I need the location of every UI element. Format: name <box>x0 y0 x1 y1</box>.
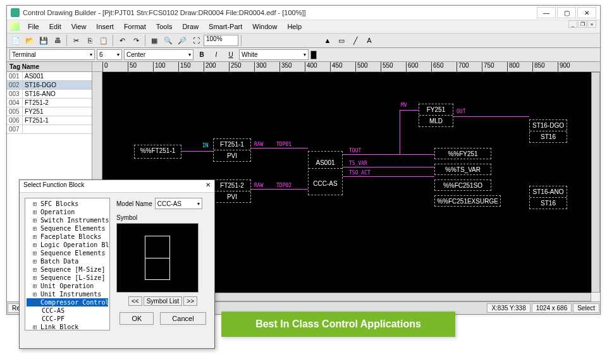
menu-insert[interactable]: Insert <box>92 21 118 32</box>
tree-leaf[interactable]: CCC-AS <box>27 306 108 315</box>
dialog-titlebar: Select Function Block ✕ <box>20 180 214 193</box>
scrollbar-vertical[interactable] <box>591 72 600 293</box>
tree-node[interactable]: Logic Operation Blocks <box>27 241 108 249</box>
label-in: IN <box>202 143 209 149</box>
cancel-button[interactable]: Cancel <box>160 312 205 325</box>
paste-icon[interactable]: 📋 <box>97 34 110 47</box>
color-select[interactable]: White <box>239 49 309 60</box>
rect-icon[interactable]: ▭ <box>335 34 348 47</box>
menu-edit[interactable]: Edit <box>45 21 66 32</box>
label-out: OUT <box>457 109 465 114</box>
line-icon[interactable]: ╱ <box>349 34 362 47</box>
label-tdp02: TDP02 <box>276 183 291 188</box>
dialog-close-button[interactable]: ✕ <box>205 181 211 191</box>
maximize-button[interactable]: ▢ <box>557 7 576 18</box>
status-dim: 1024 x 686 <box>532 303 572 313</box>
menu-format[interactable]: Format <box>120 21 150 32</box>
tree-leaf[interactable]: CCC-PF <box>27 315 108 323</box>
zoomout-icon[interactable]: 🔎 <box>176 34 188 47</box>
menu-file[interactable]: File <box>23 21 44 32</box>
menu-window[interactable]: Window <box>248 21 281 32</box>
tree-node[interactable]: Sequence Elements 2 <box>27 249 108 257</box>
tree-node[interactable]: SFC Blocks <box>27 200 108 208</box>
align-select[interactable]: Center <box>124 49 193 60</box>
child-close-button[interactable]: × <box>587 20 596 28</box>
tree-node[interactable]: Batch Data <box>27 257 108 265</box>
tree-node[interactable]: Operation <box>27 208 108 216</box>
child-restore-button[interactable]: ❐ <box>578 20 587 28</box>
tree-node-selected[interactable]: Compressor Control <box>27 298 108 306</box>
underline-icon[interactable]: U <box>224 49 237 61</box>
close-button[interactable]: ✕ <box>577 7 596 18</box>
block-fy251-ref[interactable]: %%FY251 <box>434 148 491 159</box>
bold-icon[interactable]: B <box>195 49 208 61</box>
menu-tools[interactable]: Tools <box>152 21 177 32</box>
open-icon[interactable]: 📂 <box>23 34 36 47</box>
block-tsvar-ref[interactable]: %%TS_VAR <box>434 164 491 175</box>
model-select[interactable]: CCC-AS <box>155 198 202 209</box>
menu-help[interactable]: Help <box>283 21 306 32</box>
block-fy251[interactable]: FY251MLD <box>419 104 453 127</box>
block-ft251-2[interactable]: FT251-2PVI <box>213 179 251 203</box>
tag-row[interactable]: 003ST16-ANO <box>7 90 92 99</box>
status-xy: X:835 Y:338 <box>487 303 530 313</box>
block-st16-ano[interactable]: ST16-ANOST16 <box>529 186 567 209</box>
new-icon[interactable]: 📄 <box>9 34 22 47</box>
symbol-list-button[interactable]: Symbol List <box>144 296 183 306</box>
label-tsoact: TSO_ACT <box>349 170 371 176</box>
tree-node[interactable]: Unit Instruments <box>27 290 108 298</box>
zoomfit-icon[interactable]: ⛶ <box>190 34 202 47</box>
font-select[interactable]: Terminal <box>9 49 95 60</box>
block-tree[interactable]: SFC BlocksOperationSwitch InstrumentsSeq… <box>25 198 110 331</box>
fontsize-select[interactable]: 6 <box>97 49 122 60</box>
status-mode: Select <box>573 303 599 313</box>
undo-icon[interactable]: ↶ <box>116 34 128 47</box>
tree-node[interactable]: Faceplate Blocks <box>27 233 108 241</box>
block-fc251exsurge-ref[interactable]: %%FC251EXSURGE <box>434 195 501 207</box>
text-icon[interactable]: A <box>363 34 376 47</box>
block-fc251so-ref[interactable]: %%FC251SO <box>434 179 491 191</box>
prev-button[interactable]: << <box>128 296 142 306</box>
color-swatch[interactable] <box>310 51 317 59</box>
tag-row[interactable]: 006FT251-1 <box>7 116 92 125</box>
copy-icon[interactable]: ⎘ <box>83 34 96 47</box>
tree-node[interactable]: Unit Operation <box>27 282 108 290</box>
toolbar-main: 📄 📂 💾 🖶 ✂ ⎘ 📋 ↶ ↷ ▦ 🔍 🔎 ⛶ 100% ▲ ▭ ╱ A <box>7 33 600 48</box>
menu-smartpart[interactable]: Smart-Part <box>204 21 247 32</box>
block-st16-dgo[interactable]: ST16-DGOST16 <box>529 119 567 143</box>
label-raw: RAW <box>254 142 263 147</box>
tag-row[interactable]: 002ST16-DGO <box>7 81 92 90</box>
block-ft251-1-ref[interactable]: %%FT251-1 <box>134 145 181 159</box>
tag-row[interactable]: 007 <box>7 125 92 134</box>
menu-view[interactable]: View <box>67 21 91 32</box>
next-button[interactable]: >> <box>183 296 197 306</box>
zoom-select[interactable]: 100% <box>204 35 238 46</box>
child-minimize-button[interactable]: _ <box>568 20 577 28</box>
label-mv: MV <box>401 102 407 108</box>
dialog-title: Select Function Block <box>23 181 205 191</box>
pointer-icon[interactable]: ▲ <box>321 34 334 47</box>
tree-node[interactable]: Sequence Elements 1 <box>27 224 108 233</box>
ok-button[interactable]: OK <box>120 312 154 325</box>
tag-row[interactable]: 001AS001 <box>7 72 92 81</box>
redo-icon[interactable]: ↷ <box>130 34 142 47</box>
toolbar-format: Terminal 6 Center B I U White <box>7 48 600 62</box>
tree-node[interactable]: Sequence [M-Size] <box>27 265 108 274</box>
banner: Best In Class Control Applications <box>221 312 455 337</box>
zoomin-icon[interactable]: 🔍 <box>162 34 175 47</box>
block-ft251-1[interactable]: FT251-1PVI <box>213 138 251 162</box>
block-as001[interactable]: AS001CCC-AS <box>308 151 343 195</box>
tag-row[interactable]: 004FT251-2 <box>7 99 92 107</box>
tree-node[interactable]: Switch Instruments <box>27 216 108 224</box>
grid-icon[interactable]: ▦ <box>148 34 161 47</box>
menu-draw[interactable]: Draw <box>178 21 203 32</box>
print-icon[interactable]: 🖶 <box>51 34 64 47</box>
minimize-button[interactable]: — <box>537 7 556 18</box>
tree-node[interactable]: Link Block <box>27 323 108 331</box>
label-tdp01: TDP01 <box>276 142 291 147</box>
tag-row[interactable]: 005FY251 <box>7 107 92 116</box>
tree-node[interactable]: Sequence [L-Size] <box>27 274 108 282</box>
italic-icon[interactable]: I <box>210 49 223 61</box>
save-icon[interactable]: 💾 <box>37 34 50 47</box>
cut-icon[interactable]: ✂ <box>70 34 82 47</box>
